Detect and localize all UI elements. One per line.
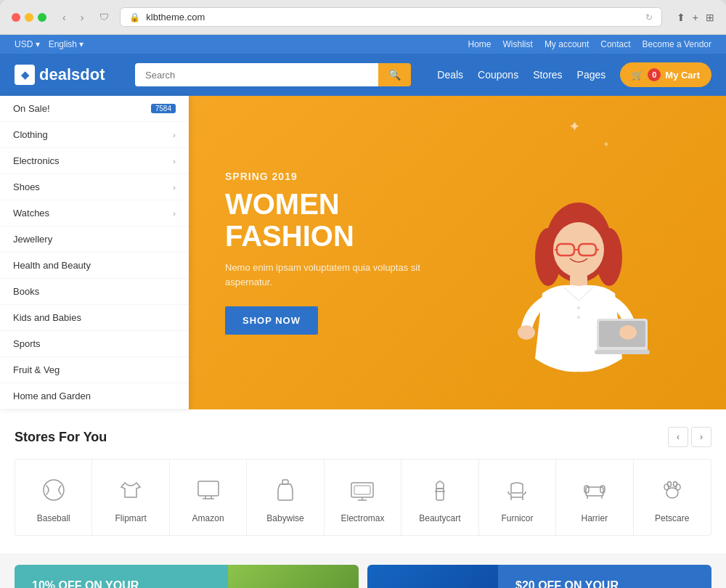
store-name-harrier: Harrier (581, 513, 608, 523)
store-item-beautycart[interactable]: Beautycart (401, 460, 478, 535)
shop-now-button[interactable]: SHOP NOW (225, 306, 318, 335)
forward-button[interactable]: › (76, 10, 89, 25)
search-bar: 🔍 (135, 63, 411, 86)
grid-icon[interactable]: ⊞ (706, 12, 714, 23)
dropdown-item-kids[interactable]: Kids and Babies (0, 305, 189, 331)
svg-point-13 (518, 325, 535, 340)
cart-label: My Cart (665, 70, 700, 81)
utility-bar: USD ▾ English ▾ Home Wishlist My account… (0, 35, 726, 54)
clothing-arrow: › (173, 131, 176, 139)
logo-text: dealsdot (39, 65, 105, 84)
nav-deals[interactable]: Deals (437, 69, 463, 81)
promo-banner-2[interactable]: 💳 $20 OFF ON YOURFIRST ORDER with all cr… (367, 565, 711, 588)
cart-button[interactable]: 🛒 0 My Cart (620, 62, 711, 87)
shirt-icon (115, 474, 147, 506)
add-tab-icon[interactable]: + (693, 12, 698, 23)
stores-prev-button[interactable]: ‹ (668, 427, 688, 447)
cart-icon: 🛒 (632, 70, 643, 81)
back-button[interactable]: ‹ (58, 10, 70, 25)
maximize-dot[interactable] (38, 13, 46, 22)
electronics-label: Electronics (13, 155, 60, 166)
reload-icon[interactable]: ↻ (645, 12, 653, 23)
store-item-electromax[interactable]: Electromax (325, 460, 401, 535)
promo-1-image: 🥗 (228, 565, 359, 588)
nav-home[interactable]: Home (468, 39, 492, 49)
sparkle-icon-2: ✦ (603, 139, 610, 150)
stores-header: Stores For You ‹ › (15, 427, 711, 447)
dropdown-item-electronics[interactable]: Electronics › (0, 148, 189, 174)
store-item-amazon[interactable]: Amazon (170, 460, 247, 535)
svg-point-14 (619, 325, 637, 340)
store-name-furnicor: Furnicor (501, 513, 533, 523)
promo-1-title: 10% OFF ON YOURFIRST ORDER (32, 579, 211, 588)
nav-become-vendor[interactable]: Become a Vendor (643, 39, 711, 49)
dropdown-item-clothing[interactable]: Clothing › (0, 122, 189, 148)
svg-rect-18 (198, 481, 219, 496)
nav-pages[interactable]: Pages (577, 69, 606, 81)
books-label: Books (13, 286, 39, 297)
dropdown-item-shoes[interactable]: Shoes › (0, 174, 189, 200)
kids-label: Kids and Babies (13, 312, 81, 323)
svg-point-41 (673, 482, 677, 487)
onsale-label: On Sale! (13, 103, 50, 114)
close-dot[interactable] (12, 13, 20, 22)
dropdown-item-onsale[interactable]: On Sale! 7584 (0, 96, 189, 122)
site-logo[interactable]: ◆ dealsdot (15, 65, 123, 85)
dropdown-item-sports[interactable]: Sports (0, 331, 189, 357)
hero-banner: SPRING 2019 WOMEN FASHION Nemo enim ipsa… (189, 96, 726, 409)
jewellery-label: Jewellery (13, 234, 52, 245)
share-icon[interactable]: ⬆ (677, 12, 685, 23)
paw-icon (656, 474, 688, 506)
promo-banner-1[interactable]: 10% OFF ON YOURFIRST ORDER use code TENO… (15, 565, 359, 588)
hero-image (431, 96, 726, 409)
stores-next-button[interactable]: › (691, 427, 711, 447)
hero-content: SPRING 2019 WOMEN FASHION Nemo enim ipsa… (225, 171, 457, 335)
store-name-petscare: Petscare (655, 513, 689, 523)
watches-label: Watches (13, 208, 49, 219)
search-button[interactable]: 🔍 (378, 63, 411, 86)
sparkle-icon: ✦ (568, 118, 581, 135)
nav-coupons[interactable]: Coupons (478, 69, 518, 81)
nav-wishlist[interactable]: Wishlist (503, 39, 533, 49)
nav-contact[interactable]: Contact (600, 39, 630, 49)
promo-left-content: 10% OFF ON YOURFIRST ORDER use code TENO… (15, 565, 228, 588)
stores-grid: Baseball Flipmart Amazon (15, 459, 711, 536)
dropdown-item-watches[interactable]: Watches › (0, 200, 189, 226)
clothing-label: Clothing (13, 129, 48, 140)
promo-2-title: $20 OFF ON YOURFIRST ORDER (515, 579, 694, 588)
store-item-petscare[interactable]: Petscare (634, 460, 711, 535)
dropdown-item-fruit[interactable]: Fruit & Veg (0, 357, 189, 383)
svg-point-40 (667, 482, 671, 487)
currency-selector[interactable]: USD ▾ (15, 39, 40, 49)
baseball-icon (38, 474, 70, 506)
dropdown-item-jewellery[interactable]: Jewellery (0, 226, 189, 253)
address-bar[interactable]: 🔒 klbtheme.com ↻ (120, 7, 661, 27)
store-item-babywise[interactable]: Babywise (247, 460, 324, 535)
stores-section: Stores For You ‹ › Baseball (0, 409, 726, 553)
dropdown-item-books[interactable]: Books (0, 279, 189, 305)
store-name-babywise: Babywise (266, 513, 303, 523)
card-image: 💳 (367, 565, 498, 588)
store-item-baseball[interactable]: Baseball (15, 460, 92, 535)
main-section: On Sale! 7584 Clothing › Electronics › S… (0, 96, 726, 409)
store-item-harrier[interactable]: Harrier (556, 460, 633, 535)
dropdown-item-home[interactable]: Home and Garden (0, 383, 189, 409)
header-nav: Deals Coupons Stores Pages 🛒 0 My Cart (437, 62, 711, 87)
url-text: klbtheme.com (146, 12, 205, 23)
store-name-amazon: Amazon (192, 513, 224, 523)
dropdown-item-health[interactable]: Health and Beauty (0, 253, 189, 279)
lipstick-icon (424, 474, 456, 506)
search-input[interactable] (135, 63, 378, 86)
promo-section: 10% OFF ON YOURFIRST ORDER use code TENO… (0, 553, 726, 588)
minimize-dot[interactable] (25, 13, 33, 22)
language-selector[interactable]: English ▾ (49, 39, 84, 49)
logo-icon: ◆ (15, 65, 35, 85)
nav-stores[interactable]: Stores (533, 69, 562, 81)
nav-account[interactable]: My account (544, 39, 589, 49)
tv-icon (346, 474, 378, 506)
store-item-furnicor[interactable]: Furnicor (479, 460, 556, 535)
store-name-beautycart: Beautycart (419, 513, 460, 523)
stores-title: Stores For You (15, 430, 107, 445)
store-item-flipmart[interactable]: Flipmart (92, 460, 169, 535)
food-image: 🥗 (228, 565, 359, 588)
